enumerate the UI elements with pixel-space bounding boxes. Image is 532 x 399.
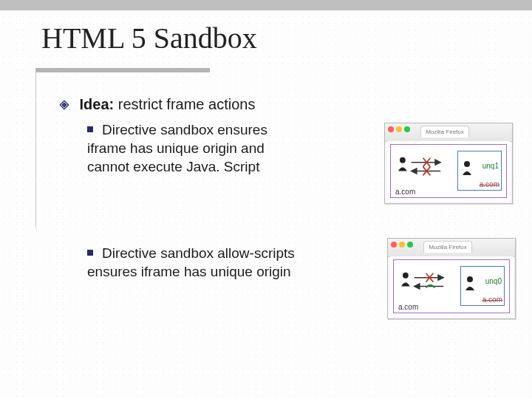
inner-origin-struck: a.com	[482, 296, 502, 304]
outer-frame: unq1 a.com a.com	[390, 144, 507, 198]
browser-tab: Mozilla Firefox	[423, 241, 472, 253]
outer-origin-label: a.com	[398, 303, 418, 311]
svg-point-8	[403, 273, 409, 279]
window-buttons	[391, 242, 413, 248]
inner-iframe: unq0 a.com	[460, 266, 505, 306]
browser-chrome: Mozilla Firefox	[385, 123, 512, 142]
inner-unique-label: unq1	[482, 162, 499, 170]
top-placeholder-bar	[0, 0, 532, 10]
blocked-x-icon	[423, 158, 430, 176]
svg-point-7	[464, 161, 470, 167]
idea-label: Idea:	[80, 96, 115, 112]
close-dot-icon	[391, 242, 397, 248]
idea-text: restrict frame actions	[114, 96, 255, 112]
person-icon	[398, 157, 407, 171]
browser-chrome: Mozilla Firefox	[388, 239, 515, 257]
person-icon	[401, 273, 410, 287]
browser-mockup-1: Mozilla Firefox	[384, 123, 513, 204]
close-dot-icon	[388, 126, 394, 132]
max-dot-icon	[404, 126, 410, 132]
browser-mockup-2: Mozilla Firefox	[387, 238, 516, 319]
bullet-1: Directive sandbox ensures iframe has uni…	[87, 120, 309, 176]
title-underline	[35, 68, 210, 72]
bullet-2: Directive sandbox allow-scripts ensures …	[87, 244, 324, 281]
svg-point-11	[467, 276, 473, 282]
browser-body: unq0 a.com a.com	[390, 256, 513, 316]
outer-origin-label: a.com	[395, 188, 415, 196]
person-icon	[463, 161, 471, 175]
svg-point-2	[400, 157, 406, 163]
outer-frame: unq0 a.com a.com	[393, 259, 510, 313]
min-dot-icon	[399, 242, 405, 248]
window-buttons	[388, 126, 410, 132]
svg-rect-1	[62, 103, 66, 107]
min-dot-icon	[396, 126, 402, 132]
bullet-2-text: Directive sandbox allow-scripts ensures …	[87, 245, 295, 279]
inner-unique-label: unq0	[485, 277, 502, 285]
left-guide-line	[35, 71, 36, 228]
square-bullet-icon	[87, 126, 93, 132]
slide-title: HTML 5 Sandbox	[41, 21, 257, 55]
browser-body: unq1 a.com a.com	[387, 141, 510, 201]
inner-iframe: unq1 a.com	[457, 151, 502, 191]
square-bullet-icon	[87, 250, 93, 256]
max-dot-icon	[407, 242, 413, 248]
person-icon	[466, 276, 474, 290]
idea-line: Idea: restrict frame actions	[59, 95, 473, 115]
browser-tab: Mozilla Firefox	[420, 126, 469, 137]
diamond-bullet-icon	[59, 95, 69, 106]
bullet-1-text: Directive sandbox ensures iframe has uni…	[87, 122, 267, 174]
inner-origin-struck: a.com	[480, 180, 499, 188]
